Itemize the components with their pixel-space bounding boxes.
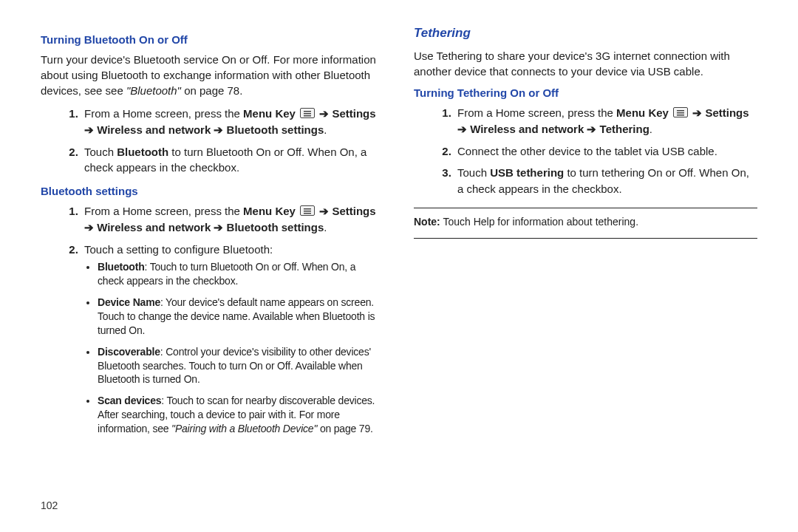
- menu-key-icon: [673, 107, 688, 117]
- opt-scan-devices: Scan devices: [98, 395, 161, 406]
- menu-key-label: Menu Key: [616, 106, 669, 119]
- note-text: Touch Help for information about tetheri…: [440, 216, 638, 228]
- bluetooth-ref: "Bluetooth": [126, 84, 181, 97]
- tethering-intro: Use Tethering to share your device's 3G …: [414, 48, 757, 79]
- step1-lead: From a Home screen, press the: [84, 107, 243, 120]
- note-label: Note:: [414, 216, 440, 228]
- heading-tethering-onoff: Turning Tethering On or Off: [414, 86, 757, 99]
- bs1-lead: From a Home screen, press the: [84, 205, 243, 217]
- heading-tethering: Tethering: [414, 26, 757, 41]
- manual-page: Turning Bluetooth On or Off Turn your de…: [0, 0, 798, 532]
- list-item: Device Name: Your device's default name …: [98, 296, 384, 338]
- bs-step2-text: Touch a setting to configure Bluetooth:: [84, 243, 273, 256]
- t-step-3: Touch USB tethering to turn tethering On…: [454, 165, 757, 197]
- tethering-steps: From a Home screen, press the Menu Key ➔…: [414, 105, 757, 197]
- opt-bluetooth: Bluetooth: [98, 261, 145, 273]
- nav-path-tether: ➔ Wireless and network ➔ Tethering: [457, 123, 649, 135]
- settings-label: Settings: [332, 205, 375, 217]
- heading-bluetooth-onoff: Turning Bluetooth On or Off: [41, 33, 384, 46]
- step2-a: Touch: [84, 146, 117, 158]
- bluetooth-settings-steps: From a Home screen, press the Menu Key ➔…: [41, 203, 384, 436]
- menu-key-icon: [300, 108, 315, 118]
- separator: [414, 208, 757, 208]
- arrow-icon: ➔: [319, 205, 329, 217]
- bluetooth-intro: Turn your device's Bluetooth service On …: [41, 52, 384, 98]
- opt-device-name: Device Name: [98, 296, 160, 308]
- intro-text-b: on page 78.: [184, 84, 242, 97]
- bt-config-list: Bluetooth: Touch to turn Bluetooth On or…: [84, 260, 384, 436]
- opt-discoverable: Discoverable: [98, 346, 160, 358]
- menu-key-label: Menu Key: [243, 205, 296, 217]
- bs-step-2: Touch a setting to configure Bluetooth: …: [81, 242, 384, 437]
- list-item: Discoverable: Control your device's visi…: [98, 345, 384, 387]
- right-column: Tethering Use Tethering to share your de…: [414, 26, 757, 517]
- bluetooth-bold: Bluetooth: [117, 146, 168, 158]
- tethering-note: Note: Touch Help for information about t…: [414, 216, 757, 228]
- bluetooth-onoff-steps: From a Home screen, press the Menu Key ➔…: [41, 106, 384, 176]
- menu-key-label: Menu Key: [243, 107, 296, 120]
- nav-path-bt: ➔ Wireless and network ➔ Bluetooth setti…: [84, 221, 324, 233]
- step-2: Touch Bluetooth to turn Bluetooth On or …: [81, 144, 384, 177]
- pairing-ref: "Pairing with a Bluetooth Device": [171, 423, 317, 434]
- settings-label: Settings: [705, 106, 748, 119]
- t-step-1: From a Home screen, press the Menu Key ➔…: [454, 105, 757, 137]
- opt-scan-b: on page 79.: [317, 423, 372, 434]
- left-column: Turning Bluetooth On or Off Turn your de…: [41, 26, 384, 517]
- page-number: 102: [41, 499, 58, 511]
- step-1: From a Home screen, press the Menu Key ➔…: [81, 106, 384, 138]
- arrow-icon: ➔: [692, 106, 702, 119]
- settings-label: Settings: [332, 107, 375, 120]
- nav-path-bt: ➔ Wireless and network ➔ Bluetooth setti…: [84, 123, 324, 136]
- heading-bluetooth-settings: Bluetooth settings: [41, 185, 384, 197]
- arrow-icon: ➔: [319, 107, 329, 120]
- bs-step-1: From a Home screen, press the Menu Key ➔…: [81, 203, 384, 236]
- list-item: Scan devices: Touch to scan for nearby d…: [98, 394, 384, 436]
- separator: [414, 238, 757, 239]
- t3-a: Touch: [457, 166, 490, 179]
- t-step-2: Connect the other device to the tablet v…: [454, 143, 757, 160]
- list-item: Bluetooth: Touch to turn Bluetooth On or…: [98, 260, 384, 288]
- usb-tethering-bold: USB tethering: [490, 166, 564, 179]
- t1-lead: From a Home screen, press the: [457, 106, 616, 119]
- menu-key-icon: [300, 205, 315, 216]
